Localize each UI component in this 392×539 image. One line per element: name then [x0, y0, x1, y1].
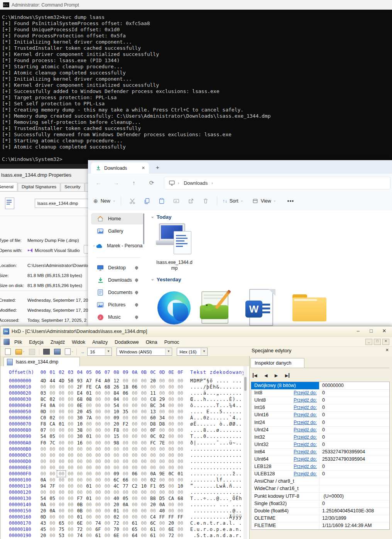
- hex-byte[interactable]: 02: [48, 415, 57, 421]
- hex-byte[interactable]: 0B: [76, 508, 84, 514]
- hex-byte[interactable]: 00: [121, 402, 130, 409]
- hex-byte[interactable]: 00: [76, 477, 84, 483]
- hex-byte[interactable]: 00: [167, 409, 176, 415]
- hex-byte[interactable]: 61: [149, 532, 157, 539]
- hex-byte[interactable]: 72: [76, 526, 84, 532]
- hex-decoded-text[interactable]: MDMP“§ô .... ...: [190, 378, 242, 384]
- breadcrumb-downloads[interactable]: Downloads: [184, 181, 208, 186]
- hex-byte[interactable]: F7: [76, 495, 84, 502]
- hex-byte[interactable]: 00: [167, 378, 176, 384]
- hex-byte[interactable]: 4D: [57, 378, 66, 384]
- hex-byte[interactable]: 4C: [112, 483, 121, 489]
- hex-byte[interactable]: 00: [130, 421, 139, 427]
- hex-byte[interactable]: 00: [167, 489, 176, 495]
- file-label-dump[interactable]: lsass.exe_1344.d mp: [153, 260, 196, 271]
- hex-byte[interactable]: 00: [176, 396, 185, 402]
- inspector-value[interactable]: 0: [322, 501, 325, 506]
- hex-byte[interactable]: 00: [57, 502, 66, 508]
- hex-byte[interactable]: 60: [149, 415, 157, 421]
- hex-byte[interactable]: 00: [76, 458, 84, 465]
- hex-byte[interactable]: C2: [130, 483, 139, 489]
- new-file-icon[interactable]: [5, 348, 11, 355]
- up-icon[interactable]: ↑: [128, 179, 140, 186]
- hex-byte[interactable]: 00: [66, 446, 75, 452]
- inspector-value[interactable]: 0: [322, 442, 325, 447]
- hex-byte[interactable]: 02: [112, 514, 121, 520]
- explorer-tab-downloads[interactable]: Downloads ✕: [91, 162, 149, 174]
- hex-byte[interactable]: 00: [121, 427, 130, 433]
- hex-byte[interactable]: 70: [112, 526, 121, 532]
- hex-byte[interactable]: 00: [140, 415, 148, 421]
- export-dropdown-icon[interactable]: ›: [71, 351, 74, 352]
- properties-tab-general[interactable]: General: [0, 182, 17, 191]
- hex-byte[interactable]: 00: [167, 396, 176, 402]
- hex-byte[interactable]: 00: [57, 508, 66, 514]
- hex-byte[interactable]: 00: [66, 409, 75, 415]
- hex-byte[interactable]: 00: [57, 440, 66, 446]
- inspector-value[interactable]: 0: [322, 464, 325, 469]
- hex-byte[interactable]: 00: [176, 433, 185, 439]
- hex-decoded-text[interactable]: øÊ...... ò..ØØ..: [190, 421, 242, 427]
- maximize-icon[interactable]: □: [365, 328, 377, 335]
- hex-byte[interactable]: 00: [48, 489, 57, 495]
- hex-byte[interactable]: 34: [158, 402, 166, 409]
- hex-byte[interactable]: 20: [167, 520, 176, 526]
- hex-byte[interactable]: 0F: [149, 427, 157, 433]
- hex-byte[interactable]: 00: [94, 483, 102, 489]
- hex-byte[interactable]: 54: [39, 495, 47, 502]
- hex-byte[interactable]: 00: [48, 532, 57, 539]
- hex-byte[interactable]: 00: [48, 427, 57, 433]
- hex-byte[interactable]: 00: [103, 433, 112, 439]
- hex-byte[interactable]: 00: [176, 465, 185, 471]
- hex-byte[interactable]: 00: [94, 458, 102, 465]
- hex-byte[interactable]: 00: [39, 452, 47, 458]
- open-disk-icon[interactable]: [54, 349, 61, 355]
- hex-byte[interactable]: 00: [130, 378, 139, 384]
- hex-byte[interactable]: 00: [112, 446, 121, 452]
- hex-byte[interactable]: 00: [48, 471, 57, 477]
- hex-byte[interactable]: 00: [94, 446, 102, 452]
- menu-widok[interactable]: Widok: [72, 340, 85, 345]
- hex-byte[interactable]: 00: [85, 526, 93, 532]
- hex-byte[interactable]: 00: [130, 502, 139, 508]
- hex-byte[interactable]: 26: [112, 384, 121, 390]
- hex-byte[interactable]: 00: [103, 495, 112, 502]
- hex-byte[interactable]: 00: [176, 458, 185, 465]
- sidebar-item-marek-persona[interactable]: ›Marek - Persona: [91, 240, 144, 252]
- hex-byte[interactable]: 00: [103, 514, 112, 520]
- hex-byte[interactable]: 01: [112, 508, 121, 514]
- hex-byte[interactable]: 00: [85, 446, 93, 452]
- hex-byte[interactable]: 00: [176, 446, 185, 452]
- hex-byte[interactable]: 12: [112, 378, 121, 384]
- hex-byte[interactable]: 00: [121, 433, 130, 439]
- hex-byte[interactable]: 00: [103, 520, 112, 526]
- hex-byte[interactable]: 00: [103, 532, 112, 539]
- sort-button[interactable]: ↑↓ Sort ›: [223, 198, 242, 204]
- hex-byte[interactable]: 20: [39, 532, 47, 539]
- hex-byte[interactable]: 00: [103, 396, 112, 402]
- hex-byte[interactable]: 72: [167, 532, 176, 539]
- hex-byte[interactable]: 10: [76, 421, 84, 427]
- hex-decoded-text[interactable]: ............@..: [190, 508, 242, 514]
- hex-byte[interactable]: 00: [176, 415, 185, 421]
- hex-byte[interactable]: 00: [149, 508, 157, 514]
- hex-byte[interactable]: 05: [158, 483, 166, 489]
- file-icon-word-document[interactable]: W: [245, 289, 276, 326]
- hex-byte[interactable]: 00: [39, 465, 47, 471]
- hex-byte[interactable]: 00: [176, 477, 185, 483]
- inspector-value[interactable]: (U+0000): [322, 493, 344, 499]
- hex-byte[interactable]: 00: [130, 390, 139, 396]
- hex-byte[interactable]: 7C: [48, 440, 57, 446]
- hex-byte[interactable]: 00: [149, 446, 157, 452]
- hex-byte[interactable]: 00: [103, 440, 112, 446]
- hex-byte[interactable]: 00: [57, 390, 66, 396]
- hex-byte[interactable]: 00: [66, 390, 75, 396]
- mdi-restore-icon[interactable]: □: [374, 339, 381, 345]
- hex-byte[interactable]: 00: [176, 427, 185, 433]
- combo-dropdown-icon[interactable]: ▼: [105, 348, 111, 355]
- goto-link[interactable]: Przejdź do:: [294, 397, 317, 403]
- hex-byte[interactable]: 00: [103, 421, 112, 427]
- hex-byte[interactable]: 00: [140, 427, 148, 433]
- hex-byte[interactable]: 00: [94, 421, 102, 427]
- hex-byte[interactable]: 00: [103, 446, 112, 452]
